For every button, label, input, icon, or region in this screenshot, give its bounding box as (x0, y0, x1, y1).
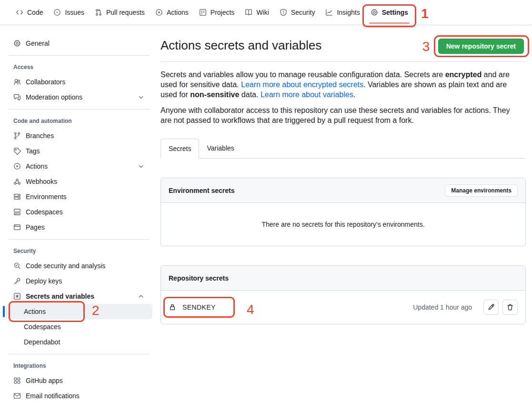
tag-icon (13, 147, 21, 155)
sidebar-item-tags[interactable]: Tags (6, 143, 152, 159)
browser-icon (13, 223, 21, 231)
new-repository-secret-button[interactable]: New repository secret (438, 39, 524, 54)
sidebar-item-moderation-options[interactable]: Moderation options (6, 90, 152, 105)
intro-bold-encrypted: encrypted (445, 71, 482, 79)
codescan-icon (13, 262, 21, 270)
sidebar-subitem-dependabot[interactable]: Dependabot (6, 334, 152, 350)
apps-icon (13, 377, 21, 384)
tab-code[interactable]: Code (10, 0, 48, 25)
page-title: Actions secrets and variables (161, 38, 321, 53)
intro-text: . (353, 91, 355, 99)
sidebar-item-github-apps[interactable]: GitHub apps (6, 373, 152, 388)
active-item-bar (3, 306, 5, 317)
sidebar-section-security: Security (6, 244, 152, 258)
settings-sidebar: General Access Collaborators Moderation … (0, 25, 157, 403)
chevron-up-icon (137, 292, 145, 300)
secret-row-actions: Updated 1 hour ago (413, 300, 518, 315)
annotation-number-4: 4 (247, 303, 254, 316)
annotation-number-3: 3 (422, 40, 430, 53)
gear-icon (371, 9, 378, 16)
chevron-down-icon (137, 93, 145, 101)
sidebar-item-label: Secrets and variables (26, 292, 94, 301)
sidebar-item-label: Email notifications (26, 392, 80, 400)
intro-text: data. (239, 91, 260, 99)
webhook-icon (13, 178, 21, 185)
sidebar-item-pages[interactable]: Pages (6, 220, 152, 235)
book-icon (245, 9, 252, 16)
lock-icon (169, 303, 176, 311)
sidebar-item-secrets-and-variables[interactable]: Secrets and variables (6, 289, 152, 304)
tab-wiki[interactable]: Wiki (240, 0, 274, 25)
play-icon (13, 162, 21, 170)
tab-label: Actions (167, 9, 189, 16)
sidebar-item-label: General (26, 39, 50, 48)
tab-label: Pull requests (106, 9, 145, 16)
secret-name: SENDKEY (182, 303, 216, 311)
tab-issues[interactable]: Issues (48, 0, 89, 25)
key-icon (13, 277, 21, 285)
sidebar-item-actions[interactable]: Actions (6, 159, 152, 174)
asterisk-box-icon (13, 292, 21, 300)
sidebar-item-label: Pages (26, 223, 45, 232)
tab-label: Projects (211, 9, 235, 16)
sidebar-section-access: Access (6, 60, 152, 74)
sidebar-item-deploy-keys[interactable]: Deploy keys (6, 273, 152, 289)
link-variables[interactable]: Learn more about variables (261, 91, 353, 99)
sidebar-item-general[interactable]: General (6, 36, 152, 51)
project-icon (199, 9, 207, 16)
sidebar-subitem-codespaces[interactable]: Codespaces (6, 319, 152, 334)
sidebar-item-label: Actions (26, 162, 48, 171)
tab-security[interactable]: Security (274, 0, 321, 25)
tab-label: Wiki (256, 9, 269, 16)
tab-settings[interactable]: Settings 1 (365, 0, 413, 25)
delete-secret-button[interactable] (502, 300, 518, 315)
graph-icon (325, 9, 333, 16)
sidebar-item-label: Deploy keys (26, 277, 62, 285)
tab-variables[interactable]: Variables (199, 139, 241, 159)
tab-secrets[interactable]: Secrets (161, 139, 199, 159)
fork-note-paragraph: Anyone with collaborator access to this … (161, 105, 521, 125)
sidebar-item-codespaces[interactable]: Codespaces (6, 204, 152, 220)
annotation-number-2: 2 (92, 304, 100, 317)
manage-environments-button[interactable]: Manage environments (445, 184, 518, 197)
gear-icon (13, 40, 21, 47)
sidebar-divider (9, 55, 150, 56)
sidebar-item-webhooks[interactable]: Webhooks (6, 174, 152, 189)
intro-text: Secrets and variables allow you to manag… (161, 71, 445, 79)
sidebar-item-label: Webhooks (26, 177, 57, 186)
tab-label: Settings (382, 9, 408, 16)
sidebar-item-code-security[interactable]: Code security and analysis (6, 258, 152, 273)
comment-discussion-icon (13, 93, 21, 101)
edit-secret-button[interactable] (483, 300, 499, 315)
sidebar-item-label: GitHub apps (26, 376, 63, 385)
secrets-variables-tabnav: Secrets Variables (161, 139, 526, 159)
sidebar-item-label: Environments (26, 192, 67, 201)
link-encrypted-secrets[interactable]: Learn more about encrypted secrets (241, 81, 363, 89)
server-icon (13, 193, 21, 201)
tab-label: Insights (337, 9, 360, 16)
git-branch-icon (13, 132, 21, 140)
sidebar-item-branches[interactable]: Branches (6, 128, 152, 143)
pencil-icon (487, 303, 495, 311)
repository-secrets-panel: Repository secrets SENDKEY 4 Updated 1 h… (161, 265, 526, 324)
sidebar-section-code-and-automation: Code and automation (6, 114, 152, 128)
sidebar-item-label: Branches (26, 131, 54, 140)
tab-actions[interactable]: Actions (150, 0, 194, 25)
sidebar-item-collaborators[interactable]: Collaborators (6, 74, 152, 90)
sidebar-subitem-label: Codespaces (24, 323, 61, 331)
tab-insights[interactable]: Insights (320, 0, 365, 25)
secret-row: SENDKEY 4 Updated 1 hour ago (161, 291, 525, 324)
sidebar-item-label: Moderation options (26, 93, 82, 101)
tab-pull-requests[interactable]: Pull requests (90, 0, 150, 25)
active-tab-underline (369, 22, 410, 24)
annotation-number-1: 1 (421, 7, 429, 20)
codespaces-icon (13, 208, 21, 216)
sidebar-subitem-actions[interactable]: Actions 2 (6, 304, 152, 319)
sidebar-item-environments[interactable]: Environments (6, 189, 152, 204)
tab-projects[interactable]: Projects (194, 0, 240, 25)
tab-label: Code (27, 9, 43, 16)
tab-label: Security (291, 9, 315, 16)
sidebar-item-email-notifications[interactable]: Email notifications (6, 388, 152, 403)
repo-tab-bar: Code Issues Pull requests Actions Projec… (0, 0, 532, 25)
secret-name-cell: SENDKEY 4 (169, 303, 216, 311)
